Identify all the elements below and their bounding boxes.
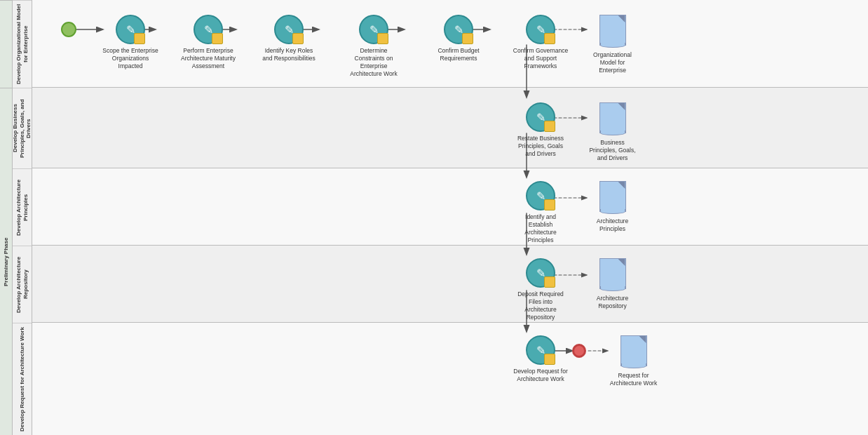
task-develop-request[interactable]: ✎ Develop Request for Architecture Work <box>513 335 569 383</box>
task-label-4: Determine Constraints on Enterprise Arch… <box>346 47 402 78</box>
task-label-7: Restate Business Principles, Goals and D… <box>513 135 569 158</box>
task-icon-1: ✎ <box>126 23 135 36</box>
doc-org-model: Organizational Model for Enterprise <box>586 15 639 74</box>
task-perform-assessment[interactable]: ✎ Perform Enterprise Architecture Maturi… <box>180 15 236 70</box>
swimlane-labels: Develop Organizational Model for Enterpr… <box>13 0 32 435</box>
task-label-8: Identify and Establish Architecture Prin… <box>513 213 569 244</box>
task-icon-8: ✎ <box>536 189 545 203</box>
task-icon-4: ✎ <box>369 23 379 36</box>
doc-icon-4 <box>599 258 626 289</box>
task-icon-6: ✎ <box>536 23 545 36</box>
start-event <box>61 22 76 37</box>
swim-label-4: Develop Architecture Repository <box>13 246 32 323</box>
task-label-6: Confirm Governance and Support Framework… <box>513 47 569 70</box>
doc-business-principles: Business Principles, Goals, and Drivers <box>586 102 639 162</box>
task-icon-9: ✎ <box>536 267 545 280</box>
task-icon-5: ✎ <box>454 23 463 36</box>
doc-request-arch-work: Request for Architecture Work <box>607 335 660 387</box>
task-determine-constraints[interactable]: ✎ Determine Constraints on Enterprise Ar… <box>346 15 402 78</box>
task-deposit-files[interactable]: ✎ Deposit Required Files into Architectu… <box>513 258 569 321</box>
swim-label-1: Develop Organizational Model for Enterpr… <box>13 0 32 88</box>
task-label-2: Perform Enterprise Architecture Maturity… <box>180 47 236 70</box>
task-icon-7: ✎ <box>536 111 545 124</box>
task-confirm-budget[interactable]: ✎ Confirm Budget Requirements <box>430 15 487 62</box>
task-identify-arch-principles[interactable]: ✎ Identify and Establish Architecture Pr… <box>513 181 569 244</box>
swim-label-2: Develop Business Principles, Goals, and … <box>13 88 32 168</box>
end-event <box>572 344 586 358</box>
task-icon-3: ✎ <box>285 23 294 36</box>
task-label-9: Deposit Required Files into Architecture… <box>513 290 569 321</box>
task-label-3: Identify Key Roles and Responsibilities <box>261 47 317 62</box>
phase-label-row1 <box>0 0 12 88</box>
lane-bg-4 <box>32 246 868 323</box>
doc-label-4: Architecture Repository <box>586 295 639 310</box>
task-restate-business[interactable]: ✎ Restate Business Principles, Goals and… <box>513 102 569 158</box>
doc-arch-repository: Architecture Repository <box>586 258 639 310</box>
task-icon-2: ✎ <box>204 23 213 36</box>
doc-icon-1 <box>599 15 626 46</box>
doc-label-3: Architecture Principles <box>586 218 639 233</box>
swim-label-5: Develop Request for Architecture Work <box>13 323 32 435</box>
doc-icon-5 <box>621 335 647 366</box>
doc-icon-3 <box>599 181 626 212</box>
phase-label-main: Preliminary Phase <box>0 88 12 435</box>
task-label-5: Confirm Budget Requirements <box>430 47 487 62</box>
doc-label-5: Request for Architecture Work <box>607 372 660 387</box>
task-identify-roles[interactable]: ✎ Identify Key Roles and Responsibilitie… <box>261 15 317 62</box>
doc-label-1: Organizational Model for Enterprise <box>586 51 639 74</box>
task-icon-10: ✎ <box>536 344 545 357</box>
doc-label-2: Business Principles, Goals, and Drivers <box>586 139 639 162</box>
doc-icon-2 <box>599 102 626 133</box>
lane-bg-2 <box>32 88 868 168</box>
doc-arch-principles: Architecture Principles <box>586 181 639 233</box>
task-label-10: Develop Request for Architecture Work <box>513 368 569 383</box>
swim-label-3: Develop Architecture Principles <box>13 168 32 246</box>
lane-bg-5 <box>32 323 868 435</box>
lane-bg-3 <box>32 168 868 246</box>
process-canvas: ✎ Scope the Enterprise Organizations Imp… <box>32 0 868 435</box>
diagram-container: Preliminary Phase Develop Organizational… <box>0 0 868 435</box>
task-scope-enterprise[interactable]: ✎ Scope the Enterprise Organizations Imp… <box>102 15 158 70</box>
task-confirm-governance[interactable]: ✎ Confirm Governance and Support Framewo… <box>513 15 569 70</box>
phase-column: Preliminary Phase <box>0 0 13 435</box>
task-label-1: Scope the Enterprise Organizations Impac… <box>102 47 158 70</box>
